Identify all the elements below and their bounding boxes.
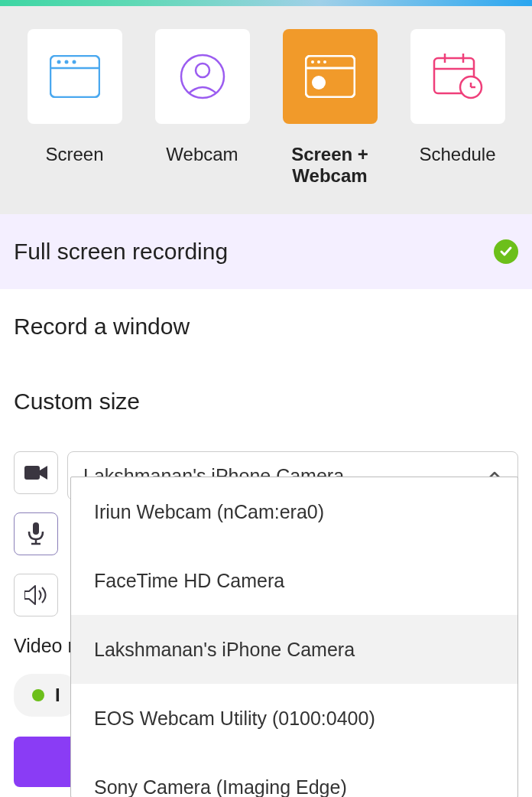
option-full-screen[interactable]: Full screen recording — [0, 214, 532, 289]
check-icon — [494, 239, 518, 264]
svg-point-3 — [64, 60, 68, 64]
svg-point-2 — [57, 60, 60, 64]
svg-point-4 — [72, 60, 76, 64]
option-custom-size[interactable]: Custom size — [0, 364, 532, 439]
screen-icon — [50, 55, 100, 98]
svg-point-11 — [323, 60, 326, 63]
option-record-window-label: Record a window — [14, 314, 190, 340]
mic-toggle-button[interactable] — [14, 512, 58, 555]
webcam-icon-box — [155, 29, 250, 124]
svg-rect-20 — [24, 466, 40, 480]
camera-option-2-label: Lakshmanan's iPhone Camera — [94, 639, 355, 661]
camera-option-3[interactable]: EOS Webcam Utility (0100:0400) — [71, 684, 517, 753]
microphone-icon — [28, 522, 44, 545]
speaker-icon — [24, 585, 47, 605]
option-full-screen-label: Full screen recording — [14, 239, 228, 265]
tab-schedule[interactable]: Schedule — [394, 29, 521, 187]
internal-pill-label: I — [55, 685, 60, 706]
status-dot-icon — [32, 689, 44, 701]
svg-point-6 — [196, 63, 209, 77]
camera-toggle-button[interactable] — [14, 451, 58, 494]
camera-option-0[interactable]: Iriun Webcam (nCam:era0) — [71, 477, 517, 546]
camera-option-1-label: FaceTime HD Camera — [94, 570, 284, 592]
camera-option-0-label: Iriun Webcam (nCam:era0) — [94, 501, 324, 523]
camera-option-2[interactable]: Lakshmanan's iPhone Camera — [71, 615, 517, 684]
internal-audio-pill[interactable]: I — [14, 674, 79, 717]
schedule-icon — [433, 54, 483, 99]
tab-webcam-label: Webcam — [166, 144, 238, 165]
svg-point-12 — [312, 76, 326, 89]
screen-webcam-icon — [305, 55, 355, 98]
schedule-icon-box — [410, 29, 505, 124]
tab-screen-webcam[interactable]: Screen + Webcam — [266, 29, 394, 187]
svg-rect-21 — [33, 522, 39, 535]
svg-point-9 — [311, 60, 314, 63]
option-record-window[interactable]: Record a window — [0, 289, 532, 364]
option-custom-size-label: Custom size — [14, 389, 140, 415]
svg-point-10 — [317, 60, 320, 63]
screen-webcam-icon-box — [283, 29, 378, 124]
tab-schedule-label: Schedule — [419, 144, 495, 165]
camera-option-3-label: EOS Webcam Utility (0100:0400) — [94, 708, 375, 730]
camera-option-4[interactable]: Sony Camera (Imaging Edge) — [71, 753, 517, 797]
tab-screen[interactable]: Screen — [11, 29, 138, 187]
camera-option-1[interactable]: FaceTime HD Camera — [71, 546, 517, 615]
tab-screen-label: Screen — [45, 144, 103, 165]
top-gradient-bar — [0, 0, 532, 6]
tab-screen-webcam-label: Screen + Webcam — [266, 144, 394, 187]
mode-tabs: Screen Webcam Screen + Webcam — [0, 6, 532, 214]
camera-icon — [24, 464, 47, 481]
tab-webcam[interactable]: Webcam — [138, 29, 266, 187]
camera-dropdown: Iriun Webcam (nCam:era0) FaceTime HD Cam… — [70, 477, 518, 797]
speaker-toggle-button[interactable] — [14, 574, 58, 616]
screen-icon-box — [28, 29, 122, 124]
camera-option-4-label: Sony Camera (Imaging Edge) — [94, 776, 347, 798]
webcam-icon — [180, 54, 225, 99]
